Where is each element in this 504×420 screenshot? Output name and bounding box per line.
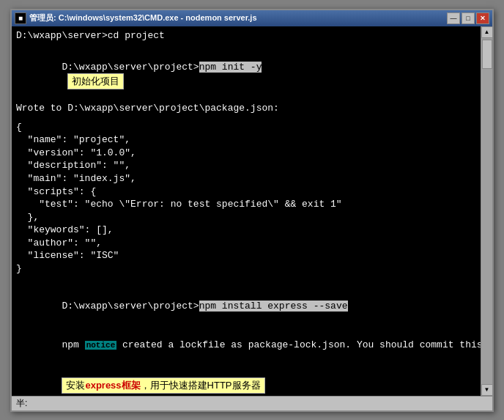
window-icon: ■ <box>15 12 26 24</box>
status-text: 半: <box>16 397 27 410</box>
terminal-gap <box>16 281 476 287</box>
terminal-line: "main": "index.js", <box>16 172 476 185</box>
terminal-line: { <box>16 121 476 134</box>
window-controls: — □ ✕ <box>447 12 489 24</box>
terminal-line: "description": "", <box>16 159 476 172</box>
terminal-line: "test": "echo \"Error: no test specified… <box>16 198 476 211</box>
scroll-track[interactable] <box>481 38 492 384</box>
terminal-line: } <box>16 262 476 276</box>
close-button[interactable]: ✕ <box>476 12 489 24</box>
scrollbar[interactable]: ▲ ▼ <box>481 26 492 396</box>
terminal-line: "name": "project", <box>16 133 476 147</box>
content-area: D:\wxapp\server>cd project D:\wxapp\serv… <box>12 26 492 396</box>
terminal-gap <box>16 275 476 281</box>
cmd-window: ■ 管理员: C:\windows\system32\CMD.exe - nod… <box>10 9 494 412</box>
scroll-thumb[interactable] <box>482 40 492 69</box>
scroll-up-button[interactable]: ▲ <box>481 26 493 38</box>
title-text: 管理员: C:\windows\system32\CMD.exe - nodem… <box>29 12 444 23</box>
terminal-line: Wrote to D:\wxapp\server\project\package… <box>16 102 476 115</box>
minimize-button[interactable]: — <box>447 12 460 24</box>
terminal-line-npminit: D:\wxapp\server\project>npm init -y 初始化项… <box>16 48 476 102</box>
terminal-line: "scripts": { <box>16 185 476 199</box>
terminal-gap <box>16 115 476 121</box>
terminal-line: "keywords": [], <box>16 224 476 237</box>
terminal-line: "license": "ISC" <box>16 249 476 262</box>
terminal-line-npminstall: D:\wxapp\server\project>npm install expr… <box>16 287 476 325</box>
scroll-down-button[interactable]: ▼ <box>481 384 493 396</box>
annotation-init: 初始化项目 <box>67 73 124 89</box>
terminal-line: "version": "1.0.0", <box>16 147 476 160</box>
title-bar: ■ 管理员: C:\windows\system32\CMD.exe - nod… <box>12 10 492 26</box>
terminal[interactable]: D:\wxapp\server>cd project D:\wxapp\serv… <box>12 26 481 396</box>
status-bar: 半: <box>12 396 492 410</box>
maximize-button[interactable]: □ <box>462 12 475 24</box>
annotation-express: 安装express框架，用于快速搭建HTTP服务器 <box>16 365 476 396</box>
terminal-gap <box>16 42 476 48</box>
terminal-line: "author": "", <box>16 237 476 250</box>
terminal-line-notice: npm notice created a lockfile as package… <box>16 325 476 364</box>
terminal-line: D:\wxapp\server>cd project <box>16 29 476 43</box>
terminal-line: }, <box>16 211 476 224</box>
